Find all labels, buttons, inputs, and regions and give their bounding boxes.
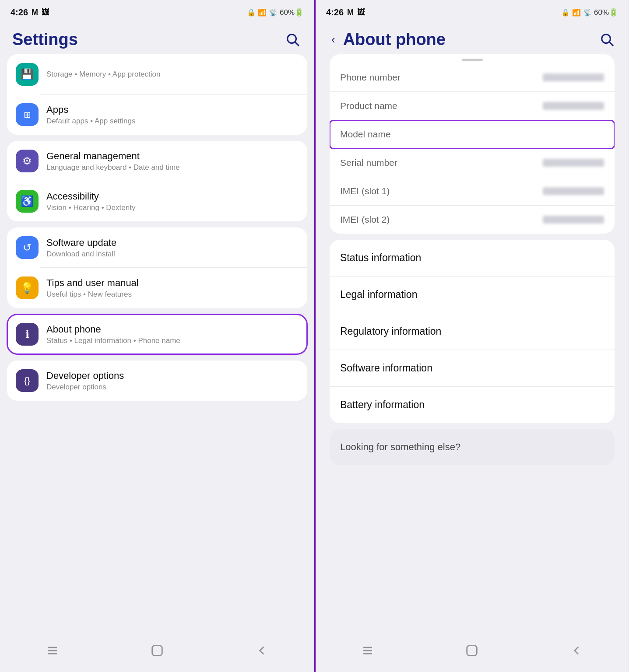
about-scroll-area[interactable]: Phone number Product name Model name Ser… [316, 54, 629, 634]
software-update-text: Software update Download and install [46, 237, 299, 259]
general-icon-bg: ⚙ [16, 150, 39, 172]
card-about: ℹ About phone Status • Legal information… [7, 314, 307, 354]
nav-recents-right[interactable] [355, 637, 381, 664]
right-panel: 4:26 M 🖼 🔒 📶 📡 60%🔋 ‹ About phone [314, 0, 629, 672]
apps-subtitle: Default apps • App settings [46, 117, 299, 126]
settings-item-tips[interactable]: 💡 Tips and user manual Useful tips • New… [7, 268, 307, 308]
accessibility-title: Accessibility [46, 191, 299, 202]
model-name-item[interactable]: Model name [330, 120, 615, 149]
scroll-indicator [462, 59, 483, 61]
nav-recents-left[interactable] [39, 637, 66, 664]
looking-for-something-card[interactable]: Looking for something else? [330, 429, 615, 465]
card-software-tips: ↺ Software update Download and install 💡… [7, 228, 307, 308]
mail-icon-left: M [32, 8, 38, 17]
search-icon-left [285, 32, 300, 47]
time-left: 4:26 M 🖼 [11, 7, 49, 18]
card-developer: {} Developer options Developer options [7, 360, 307, 401]
left-panel: 4:26 M 🖼 🔒 📶 📡 60%🔋 Settings [0, 0, 314, 672]
signal-icon-left: 📡 [269, 8, 278, 17]
gallery-icon-right: 🖼 [357, 8, 365, 17]
lock-icon-left: 🔒 [247, 8, 256, 17]
back-button-right[interactable]: ‹ [328, 31, 339, 48]
svg-rect-11 [467, 646, 477, 656]
about-phone-header: ‹ About phone [316, 23, 629, 54]
settings-item-about-phone[interactable]: ℹ About phone Status • Legal information… [7, 314, 307, 354]
software-information-item[interactable]: Software information [330, 350, 615, 387]
nav-home-left[interactable] [144, 637, 170, 664]
status-bar-left: 4:26 M 🖼 🔒 📶 📡 60%🔋 [0, 0, 314, 23]
nav-bar-left [0, 634, 314, 672]
settings-item-accessibility[interactable]: ♿ Accessibility Vision • Hearing • Dexte… [7, 181, 307, 221]
apps-icon: ⊞ [24, 109, 31, 120]
svg-rect-5 [152, 646, 162, 656]
svg-line-7 [609, 42, 613, 46]
phone-number-label: Phone number [340, 72, 401, 82]
lock-icon-right: 🔒 [561, 8, 570, 17]
developer-icon-bg: {} [16, 369, 39, 392]
status-information-label: Status information [340, 252, 421, 263]
mail-icon-right: M [347, 8, 354, 17]
developer-title: Developer options [46, 370, 299, 382]
settings-scroll-area[interactable]: 💾 Storage • Memory • App protection ⊞ Ap… [0, 54, 314, 634]
nav-home-right[interactable] [459, 637, 485, 664]
battery-information-item[interactable]: Battery information [330, 387, 615, 423]
settings-item-storage[interactable]: 💾 Storage • Memory • App protection [7, 54, 307, 94]
signal-icon-right: 📡 [583, 8, 592, 17]
imei-slot2-item[interactable]: IMEI (slot 2) [330, 206, 615, 234]
status-information-item[interactable]: Status information [330, 240, 615, 276]
software-update-icon: ↺ [23, 242, 32, 254]
general-title: General management [46, 150, 299, 162]
about-header-left: ‹ About phone [328, 30, 446, 49]
regulatory-information-label: Regulatory information [340, 326, 441, 337]
storage-icon: 💾 [21, 68, 34, 80]
status-bar-right: 4:26 M 🖼 🔒 📶 📡 60%🔋 [316, 0, 629, 23]
general-icon: ⚙ [22, 155, 32, 167]
apps-title: Apps [46, 104, 299, 116]
settings-title: Settings [12, 30, 78, 49]
phone-number-item[interactable]: Phone number [330, 63, 615, 92]
settings-item-apps[interactable]: ⊞ Apps Default apps • App settings [7, 94, 307, 135]
legal-information-item[interactable]: Legal information [330, 276, 615, 313]
accessibility-icon: ♿ [21, 195, 34, 207]
settings-item-developer[interactable]: {} Developer options Developer options [7, 360, 307, 401]
settings-item-general[interactable]: ⚙ General management Language and keyboa… [7, 141, 307, 181]
wifi-icon-left: 📶 [258, 8, 267, 17]
general-subtitle: Language and keyboard • Date and time [46, 163, 299, 172]
about-menu-card: Status information Legal information Reg… [330, 240, 615, 423]
legal-information-label: Legal information [340, 289, 417, 300]
developer-subtitle: Developer options [46, 383, 299, 392]
about-phone-icon-bg: ℹ [16, 323, 39, 346]
nav-bar-right [316, 634, 629, 672]
tips-icon: 💡 [21, 282, 34, 294]
imei-slot1-label: IMEI (slot 1) [340, 186, 390, 196]
wifi-icon-right: 📶 [572, 8, 581, 17]
regulatory-information-item[interactable]: Regulatory information [330, 313, 615, 350]
phone-info-card: Phone number Product name Model name Ser… [330, 54, 615, 234]
accessibility-icon-bg: ♿ [16, 190, 39, 213]
looking-for-something-label: Looking for something else? [340, 441, 460, 452]
settings-item-software-update[interactable]: ↺ Software update Download and install [7, 228, 307, 268]
imei-slot2-label: IMEI (slot 2) [340, 214, 390, 224]
about-search-button[interactable] [597, 30, 616, 49]
settings-header: Settings [0, 23, 314, 54]
tips-subtitle: Useful tips • New features [46, 290, 299, 299]
apps-text: Apps Default apps • App settings [46, 104, 299, 126]
svg-line-1 [295, 42, 299, 46]
developer-icon: {} [24, 376, 30, 386]
accessibility-text: Accessibility Vision • Hearing • Dexteri… [46, 191, 299, 212]
software-update-title: Software update [46, 237, 299, 248]
tips-icon-bg: 💡 [16, 276, 39, 299]
model-name-label: Model name [340, 129, 391, 139]
serial-number-item[interactable]: Serial number [330, 149, 615, 177]
card-general-accessibility: ⚙ General management Language and keyboa… [7, 141, 307, 221]
imei-slot1-item[interactable]: IMEI (slot 1) [330, 177, 615, 206]
nav-back-right[interactable] [563, 637, 590, 664]
nav-back-left[interactable] [249, 637, 275, 664]
battery-right: 60%🔋 [594, 8, 618, 17]
settings-search-button[interactable] [283, 30, 302, 49]
time-display-left: 4:26 [11, 7, 28, 18]
about-phone-text: About phone Status • Legal information •… [46, 324, 299, 345]
about-phone-icon: ℹ [25, 328, 29, 340]
product-name-item[interactable]: Product name [330, 92, 615, 120]
about-phone-page-title: About phone [343, 30, 446, 49]
